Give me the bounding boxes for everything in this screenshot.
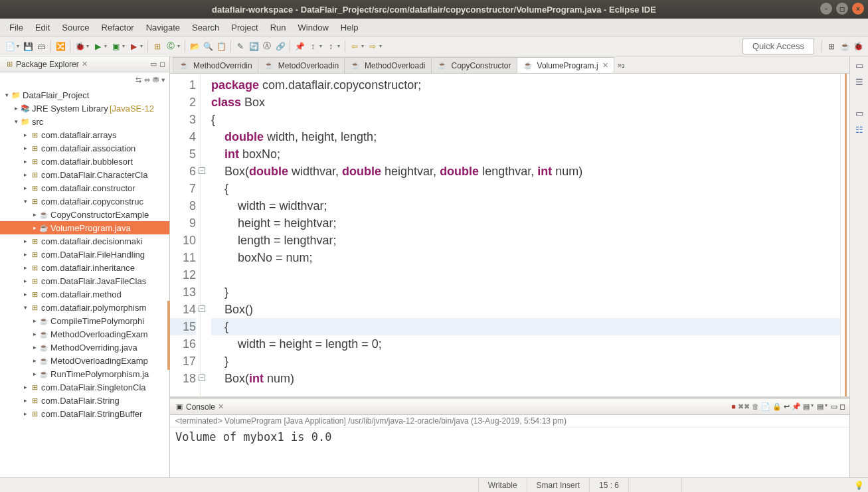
minimize-view-icon[interactable]: ▭	[150, 60, 157, 68]
editor-tab[interactable]: ☕MethodOverloadi	[344, 57, 431, 73]
debug-perspective-icon[interactable]: 🐞	[852, 41, 864, 52]
dropdown-icon[interactable]: ▾	[811, 402, 814, 411]
text-icon[interactable]: Ⓐ	[261, 41, 273, 52]
collapse-all-icon[interactable]: ⇆	[135, 76, 141, 84]
editor-tab[interactable]: ☕VolumeProgram.j✕	[517, 57, 614, 73]
tip-icon[interactable]: 💡	[854, 481, 864, 490]
pin-tab-icon[interactable]: ✕	[82, 60, 88, 68]
wand-icon[interactable]: ✎	[234, 41, 246, 52]
package-node[interactable]: ▸⊞com.DataFlair.StringBuffer	[0, 407, 169, 420]
link-editor-icon[interactable]: ⇔	[144, 76, 150, 84]
dropdown-icon[interactable]: ▾	[337, 43, 340, 49]
filter-icon[interactable]: ⛃	[153, 76, 159, 84]
package-node[interactable]: ▸⊞com.dataflair.arrays	[0, 128, 169, 141]
editor-gutter[interactable]: 12345−678910111213−14151617−18	[170, 74, 201, 396]
dropdown-icon[interactable]: ▾	[17, 43, 19, 49]
file-node[interactable]: ▸☕MethodOverloadingExam	[0, 327, 169, 341]
package-node[interactable]: ▸⊞com.dataflair.constructor	[0, 181, 169, 195]
nav-down-icon[interactable]: ↕	[325, 41, 337, 52]
save-icon[interactable]: 💾	[22, 41, 34, 52]
jre-node[interactable]: ▸📚JRE System Library [JavaSE-12	[0, 102, 169, 115]
menu-file[interactable]: File	[4, 21, 29, 35]
package-node[interactable]: ▸⊞com.DataFlair.SingletonCla	[0, 380, 169, 394]
terminate-icon[interactable]: ■	[731, 402, 736, 411]
package-node[interactable]: ▸⊞com.DataFlair.String	[0, 394, 169, 407]
maximize-button[interactable]: ◻	[836, 3, 848, 15]
menu-project[interactable]: Project	[226, 21, 263, 35]
dropdown-icon[interactable]: ▾	[86, 43, 89, 49]
task-list-icon[interactable]: ☰	[855, 77, 863, 87]
dropdown-icon[interactable]: ▾	[177, 43, 180, 49]
scroll-lock-icon[interactable]: 🔒	[772, 402, 782, 411]
new-package-icon[interactable]: ⊞	[151, 41, 163, 52]
clear-console-icon[interactable]: 📄	[761, 402, 770, 411]
file-node[interactable]: ▸☕RunTimePolymorphism.ja	[0, 367, 169, 380]
package-node[interactable]: ▸⊞com.dataflair.method	[0, 287, 169, 301]
project-node[interactable]: ▾📁DataFlair_Project	[0, 88, 169, 102]
min-console-icon[interactable]: ▭	[831, 402, 837, 411]
file-copyconstructorexample[interactable]: ▸☕CopyConstructorExample	[0, 208, 169, 221]
code-editor[interactable]: package com.dataflair.copyconstructor;cl…	[201, 74, 840, 396]
package-node[interactable]: ▸⊞com.DataFlair.FileHandling	[0, 248, 169, 261]
dropdown-icon[interactable]: ▾	[361, 43, 364, 49]
word-wrap-icon[interactable]: ↩	[784, 402, 790, 411]
file-node[interactable]: ▸☕MetodOverloadingExamp	[0, 354, 169, 367]
menu-refactor[interactable]: Refactor	[96, 21, 139, 35]
editor-tab[interactable]: ☕CopyConstructor	[431, 57, 517, 73]
menu-help[interactable]: Help	[335, 21, 364, 35]
package-explorer-tree[interactable]: ▾📁DataFlair_Project▸📚JRE System Library …	[0, 87, 169, 477]
view-menu-icon[interactable]: ▾	[161, 76, 165, 84]
pin-console-icon[interactable]: 📌	[792, 402, 801, 411]
menu-window[interactable]: Window	[293, 21, 334, 35]
remove-launch-icon[interactable]: ✖✖	[738, 402, 750, 411]
menu-edit[interactable]: Edit	[30, 21, 55, 35]
file-volumeprogram[interactable]: ▸☕VolumeProgram.java	[0, 221, 169, 234]
ext-tools-icon[interactable]: ▶	[128, 41, 139, 52]
close-button[interactable]: ×	[852, 3, 864, 15]
pin-icon[interactable]: 📌	[294, 41, 305, 52]
switch-icon[interactable]: 🔀	[54, 41, 66, 52]
package-node[interactable]: ▸⊞com.dataflair.association	[0, 141, 169, 155]
forward-icon[interactable]: ⇨	[367, 41, 379, 52]
package-node[interactable]: ▸⊞com.dataflair.decisionmaki	[0, 234, 169, 248]
file-node[interactable]: ▸☕CompileTimePolymorphi	[0, 314, 169, 327]
dropdown-icon[interactable]: ▾	[104, 43, 107, 49]
close-icon[interactable]: ✕	[218, 402, 224, 411]
debug-icon[interactable]: 🐞	[74, 41, 86, 52]
menu-run[interactable]: Run	[265, 21, 292, 35]
menu-search[interactable]: Search	[187, 21, 224, 35]
java-perspective-icon[interactable]: ☕	[839, 41, 851, 52]
dropdown-icon[interactable]: ▾	[122, 43, 125, 49]
back-icon[interactable]: ⇦	[349, 41, 361, 52]
overview-ruler[interactable]	[840, 74, 849, 396]
maximize-view-icon[interactable]: ◻	[159, 60, 165, 68]
package-node[interactable]: ▸⊞com.DataFlair.CharacterCla	[0, 168, 169, 181]
src-node[interactable]: ▾📁src	[0, 115, 169, 128]
restore-icon[interactable]: ▭	[855, 60, 863, 70]
package-node[interactable]: ▸⊞com.DataFlair.JavaFileClas	[0, 274, 169, 287]
open-perspective-icon[interactable]: ⊞	[825, 41, 837, 52]
outline-icon[interactable]: ☷	[855, 125, 863, 135]
new-icon[interactable]: 📄	[4, 41, 16, 52]
console-output[interactable]: Volume of mybox1 is 0.0	[170, 428, 849, 477]
editor-tab[interactable]: ☕MetodOverloadin	[258, 57, 345, 73]
dropdown-icon[interactable]: ▾	[140, 43, 143, 49]
open-type-icon[interactable]: 📂	[189, 41, 201, 52]
coverage-icon[interactable]: ▣	[110, 41, 122, 52]
display-console-icon[interactable]: ▤	[803, 402, 810, 411]
nav-up-icon[interactable]: ↕	[307, 41, 319, 52]
refresh-icon[interactable]: 🔄	[248, 41, 260, 52]
search-icon[interactable]: 🔍	[202, 41, 214, 52]
dropdown-icon[interactable]: ▾	[825, 402, 827, 411]
task-icon[interactable]: 📋	[215, 41, 227, 52]
menu-navigate[interactable]: Navigate	[141, 21, 185, 35]
open-console-icon[interactable]: ▤	[817, 402, 824, 411]
run-icon[interactable]: ▶	[92, 41, 104, 52]
restore-icon[interactable]: ▭	[855, 108, 863, 118]
max-console-icon[interactable]: ◻	[839, 402, 845, 411]
minimize-button[interactable]: –	[820, 3, 832, 15]
package-node[interactable]: ▸⊞com.dataflair.bubblesort	[0, 155, 169, 168]
remove-all-icon[interactable]: 🗑	[752, 402, 759, 411]
menu-source[interactable]: Source	[56, 21, 94, 35]
file-node[interactable]: ▸☕MethodOverriding.java	[0, 341, 169, 354]
